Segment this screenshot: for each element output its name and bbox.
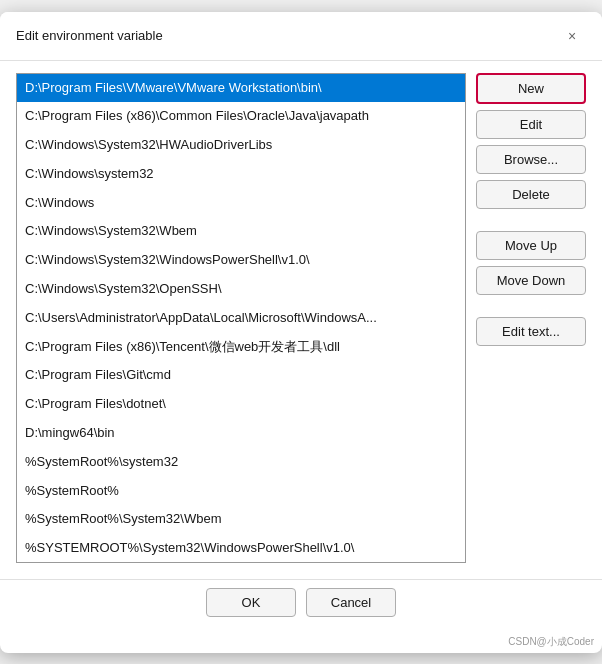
list-item[interactable]: C:\Windows xyxy=(17,189,465,218)
dialog-footer: OK Cancel xyxy=(0,579,602,633)
list-item[interactable]: %SYSTEMROOT%\System32\WindowsPowerShell\… xyxy=(17,534,465,562)
list-item[interactable]: %SystemRoot%\System32\Wbem xyxy=(17,505,465,534)
close-button[interactable]: × xyxy=(558,22,586,50)
cancel-button[interactable]: Cancel xyxy=(306,588,396,617)
edit-env-var-dialog: Edit environment variable × D:\Program F… xyxy=(0,12,602,653)
delete-button[interactable]: Delete xyxy=(476,180,586,209)
title-bar: Edit environment variable × xyxy=(0,12,602,61)
list-item[interactable]: %SystemRoot% xyxy=(17,477,465,506)
list-item[interactable]: D:\mingw64\bin xyxy=(17,419,465,448)
new-button[interactable]: New xyxy=(476,73,586,104)
list-item[interactable]: D:\Program Files\VMware\VMware Workstati… xyxy=(17,74,465,103)
env-var-list[interactable]: D:\Program Files\VMware\VMware Workstati… xyxy=(16,73,466,563)
spacer xyxy=(476,215,586,225)
ok-button[interactable]: OK xyxy=(206,588,296,617)
move-down-button[interactable]: Move Down xyxy=(476,266,586,295)
move-up-button[interactable]: Move Up xyxy=(476,231,586,260)
buttons-panel: New Edit Browse... Delete Move Up Move D… xyxy=(476,73,586,563)
list-item[interactable]: C:\Users\Administrator\AppData\Local\Mic… xyxy=(17,304,465,333)
dialog-title: Edit environment variable xyxy=(16,28,163,43)
list-item[interactable]: C:\Program Files\dotnet\ xyxy=(17,390,465,419)
list-item[interactable]: C:\Windows\System32\WindowsPowerShell\v1… xyxy=(17,246,465,275)
dialog-content: D:\Program Files\VMware\VMware Workstati… xyxy=(0,61,602,579)
list-item[interactable]: C:\Windows\System32\HWAudioDriverLibs xyxy=(17,131,465,160)
edit-button[interactable]: Edit xyxy=(476,110,586,139)
edit-text-button[interactable]: Edit text... xyxy=(476,317,586,346)
watermark: CSDN@小成Coder xyxy=(0,633,602,653)
list-item[interactable]: C:\Program Files\Git\cmd xyxy=(17,361,465,390)
spacer2 xyxy=(476,301,586,311)
browse-button[interactable]: Browse... xyxy=(476,145,586,174)
list-item[interactable]: C:\Windows\System32\OpenSSH\ xyxy=(17,275,465,304)
list-item[interactable]: %SystemRoot%\system32 xyxy=(17,448,465,477)
list-item[interactable]: C:\Program Files (x86)\Common Files\Orac… xyxy=(17,102,465,131)
list-item[interactable]: C:\Program Files (x86)\Tencent\微信web开发者工… xyxy=(17,333,465,362)
list-item[interactable]: C:\Windows\System32\Wbem xyxy=(17,217,465,246)
list-item[interactable]: C:\Windows\system32 xyxy=(17,160,465,189)
